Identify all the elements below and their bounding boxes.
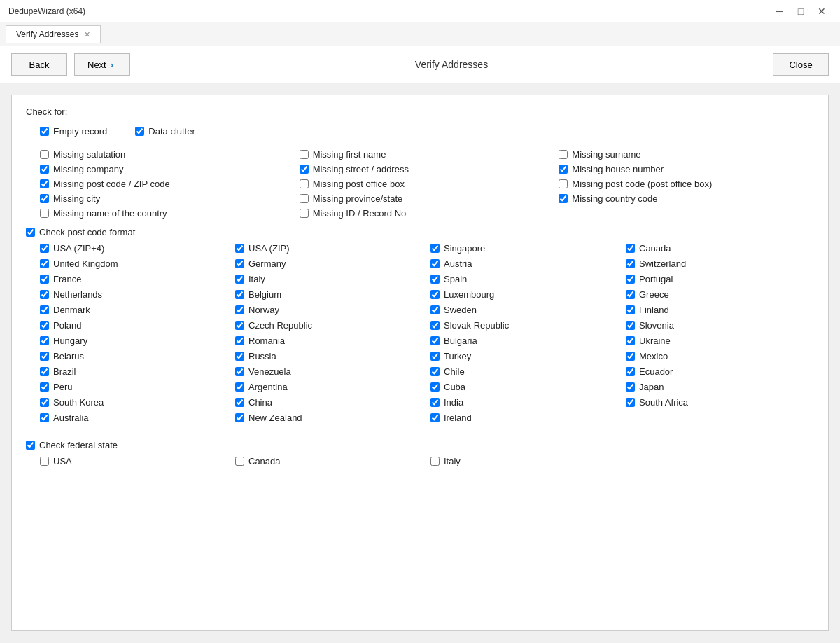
checkbox-check-postcode-format[interactable]: Check post code format — [26, 226, 814, 238]
tab-bar: Verify Addresses ✕ — [0, 22, 840, 46]
checkbox-country-turkey[interactable]: Turkey — [430, 350, 619, 362]
checkbox-country-slovak-republic[interactable]: Slovak Republic — [430, 319, 619, 331]
checkbox-missing-city[interactable]: Missing city — [40, 193, 295, 205]
checkbox-check-federal-state[interactable]: Check federal state — [26, 439, 814, 451]
tab-label: Verify Addresses — [16, 29, 78, 39]
window-close-button[interactable]: ✕ — [812, 3, 832, 20]
maximize-button[interactable]: □ — [791, 3, 811, 20]
checkbox-country-south-africa[interactable]: South Africa — [626, 396, 814, 408]
checkbox-missing-country-code[interactable]: Missing country code — [559, 193, 814, 205]
checkbox-missing-salutation[interactable]: Missing salutation — [40, 148, 295, 160]
checkbox-country-china[interactable]: China — [235, 396, 424, 408]
checkbox-country-austria[interactable]: Austria — [430, 258, 619, 270]
checkbox-country-ecuador[interactable]: Ecuador — [626, 366, 814, 378]
page-title: Verify Addresses — [137, 59, 766, 70]
checkbox-empty-record[interactable]: Empty record — [40, 125, 107, 137]
checkbox-missing-post-office-box[interactable]: Missing post office box — [300, 178, 555, 190]
checkbox-country-venezuela[interactable]: Venezuela — [235, 366, 424, 378]
checkbox-country-czech-republic[interactable]: Czech Republic — [235, 319, 424, 331]
checkbox-country-usa-(zip+4)[interactable]: USA (ZIP+4) — [40, 242, 228, 254]
checkbox-missing-id-record[interactable]: Missing ID / Record No — [300, 207, 555, 219]
checkbox-country-argentina[interactable]: Argentina — [235, 381, 424, 393]
next-arrow-icon: › — [111, 60, 113, 70]
window-controls: ─ □ ✕ — [770, 3, 832, 20]
checkbox-country-germany[interactable]: Germany — [235, 258, 424, 270]
checkbox-country-chile[interactable]: Chile — [430, 366, 619, 378]
checkbox-missing-company[interactable]: Missing company — [40, 163, 295, 175]
checkbox-country-ireland[interactable]: Ireland — [430, 412, 619, 424]
toolbar: Back Next › Verify Addresses Close — [0, 46, 840, 83]
country-grid: USA (ZIP+4)USA (ZIP)SingaporeCanadaUnite… — [40, 242, 814, 424]
checkbox-country-italy[interactable]: Italy — [235, 273, 424, 285]
title-bar: DedupeWizard (x64) ─ □ ✕ — [0, 0, 840, 22]
checkbox-country-australia[interactable]: Australia — [40, 412, 228, 424]
checkbox-missing-postcode-pobox[interactable]: Missing post code (post office box) — [559, 178, 814, 190]
checkbox-federal-canada[interactable]: Canada — [235, 455, 424, 467]
checkbox-missing-postcode-zip[interactable]: Missing post code / ZIP code — [40, 178, 295, 190]
close-button[interactable]: Close — [773, 53, 829, 76]
checkbox-country-portugal[interactable]: Portugal — [626, 273, 814, 285]
checkbox-country-spain[interactable]: Spain — [430, 273, 619, 285]
checkbox-country-sweden[interactable]: Sweden — [430, 304, 619, 316]
checkbox-missing-street[interactable]: Missing street / address — [300, 163, 555, 175]
content-area: Check for: Empty record Data clutter Mis… — [11, 95, 829, 631]
checkbox-country-netherlands[interactable]: Netherlands — [40, 289, 228, 300]
checkbox-missing-surname[interactable]: Missing surname — [559, 148, 814, 160]
checkbox-country-ukraine[interactable]: Ukraine — [626, 335, 814, 347]
tab-verify-addresses[interactable]: Verify Addresses ✕ — [6, 25, 101, 43]
checkbox-country-japan[interactable]: Japan — [626, 381, 814, 393]
checkbox-country-united-kingdom[interactable]: United Kingdom — [40, 258, 228, 270]
checkbox-country-peru[interactable]: Peru — [40, 381, 228, 393]
checkbox-missing-first-name[interactable]: Missing first name — [300, 148, 555, 160]
app-title: DedupeWizard (x64) — [8, 6, 85, 16]
federal-grid: USACanadaItaly — [40, 455, 814, 467]
checkbox-federal-usa[interactable]: USA — [40, 455, 228, 467]
checkbox-country-slovenia[interactable]: Slovenia — [626, 319, 814, 331]
checkbox-missing-house-number[interactable]: Missing house number — [559, 163, 814, 175]
minimize-button[interactable]: ─ — [770, 3, 790, 20]
checkbox-country-usa-(zip)[interactable]: USA (ZIP) — [235, 242, 424, 254]
checkbox-country-belarus[interactable]: Belarus — [40, 350, 228, 362]
checkbox-country-mexico[interactable]: Mexico — [626, 350, 814, 362]
next-button[interactable]: Next › — [74, 53, 130, 76]
tab-close-icon[interactable]: ✕ — [84, 30, 90, 39]
back-button[interactable]: Back — [11, 53, 67, 76]
checkbox-country-south-korea[interactable]: South Korea — [40, 396, 228, 408]
checkbox-country-luxembourg[interactable]: Luxembourg — [430, 289, 619, 300]
checkbox-country-singapore[interactable]: Singapore — [430, 242, 619, 254]
next-label: Next — [88, 60, 106, 70]
checkbox-country-cuba[interactable]: Cuba — [430, 381, 619, 393]
checkbox-country-canada[interactable]: Canada — [626, 242, 814, 254]
checkbox-missing-province[interactable]: Missing province/state — [300, 193, 555, 205]
checkbox-country-switzerland[interactable]: Switzerland — [626, 258, 814, 270]
checkbox-country-romania[interactable]: Romania — [235, 335, 424, 347]
checkbox-country-belgium[interactable]: Belgium — [235, 289, 424, 300]
checkbox-federal-italy[interactable]: Italy — [430, 455, 619, 467]
check-for-label: Check for: — [26, 106, 814, 117]
checkbox-country-hungary[interactable]: Hungary — [40, 335, 228, 347]
checkbox-country-poland[interactable]: Poland — [40, 319, 228, 331]
checkbox-country-norway[interactable]: Norway — [235, 304, 424, 316]
checkbox-country-india[interactable]: India — [430, 396, 619, 408]
checkbox-country-brazil[interactable]: Brazil — [40, 366, 228, 378]
checkbox-country-france[interactable]: France — [40, 273, 228, 285]
checkbox-country-new-zealand[interactable]: New Zealand — [235, 412, 424, 424]
checkbox-country-denmark[interactable]: Denmark — [40, 304, 228, 316]
checkbox-country-russia[interactable]: Russia — [235, 350, 424, 362]
checkbox-missing-name-country[interactable]: Missing name of the country — [40, 207, 295, 219]
checkbox-country-greece[interactable]: Greece — [626, 289, 814, 300]
checkbox-country-bulgaria[interactable]: Bulgaria — [430, 335, 619, 347]
checkbox-country-finland[interactable]: Finland — [626, 304, 814, 316]
checkbox-data-clutter[interactable]: Data clutter — [135, 125, 195, 137]
